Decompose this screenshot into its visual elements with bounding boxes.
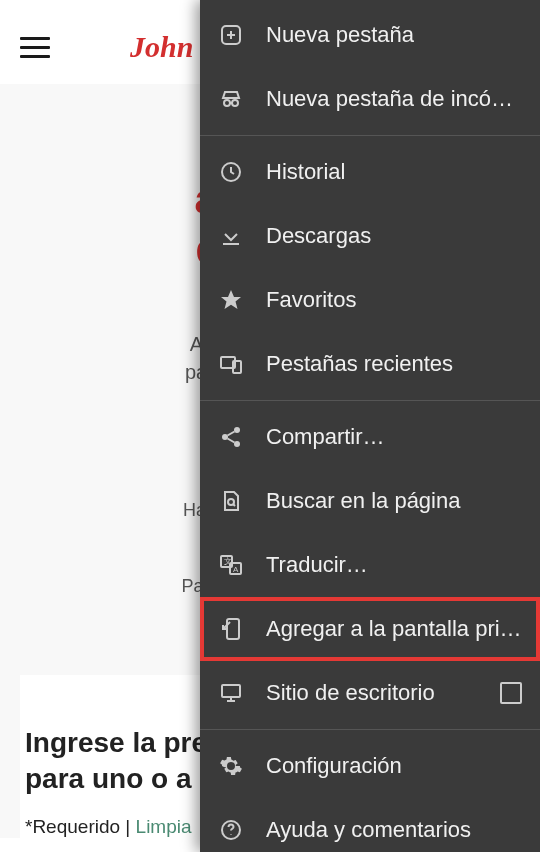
svg-text:文: 文 <box>224 557 232 566</box>
svg-point-11 <box>234 427 240 433</box>
svg-marker-8 <box>221 290 241 309</box>
menu-item-label: Agregar a la pantalla principal <box>266 616 522 642</box>
menu-item-translate[interactable]: 文A Traducir… <box>200 533 540 597</box>
download-icon <box>218 223 244 249</box>
svg-point-12 <box>222 434 228 440</box>
menu-item-label: Nueva pestaña de incógnito <box>266 86 522 112</box>
menu-item-share[interactable]: Compartir… <box>200 405 540 469</box>
svg-line-14 <box>228 432 235 436</box>
browser-menu: Nueva pestaña Nueva pestaña de incógnito… <box>200 0 540 852</box>
star-icon <box>218 287 244 313</box>
plus-square-icon <box>218 22 244 48</box>
svg-text:A: A <box>233 565 239 574</box>
menu-item-desktop-site[interactable]: Sitio de escritorio <box>200 661 540 725</box>
find-in-page-icon <box>218 488 244 514</box>
menu-item-help[interactable]: Ayuda y comentarios <box>200 798 540 852</box>
devices-icon <box>218 351 244 377</box>
gear-icon <box>218 753 244 779</box>
menu-item-new-tab[interactable]: Nueva pestaña <box>200 3 540 67</box>
incognito-icon <box>218 86 244 112</box>
menu-item-label: Sitio de escritorio <box>266 680 468 706</box>
menu-item-label: Favoritos <box>266 287 522 313</box>
menu-item-recent-tabs[interactable]: Pestañas recientes <box>200 332 540 396</box>
menu-item-label: Ayuda y comentarios <box>266 817 522 843</box>
menu-item-label: Historial <box>266 159 522 185</box>
menu-item-label: Nueva pestaña <box>266 22 522 48</box>
help-icon <box>218 817 244 843</box>
add-to-homescreen-icon <box>218 616 244 642</box>
menu-item-downloads[interactable]: Descargas <box>200 204 540 268</box>
menu-item-label: Compartir… <box>266 424 522 450</box>
menu-item-label: Descargas <box>266 223 522 249</box>
form-clear-action[interactable]: Limpia <box>136 816 192 837</box>
menu-divider <box>200 135 540 136</box>
hamburger-icon[interactable] <box>20 37 50 58</box>
form-required: *Requerido | <box>25 816 136 837</box>
desktop-icon <box>218 680 244 706</box>
desktop-site-checkbox[interactable] <box>500 682 522 704</box>
menu-item-find-in-page[interactable]: Buscar en la página <box>200 469 540 533</box>
menu-item-bookmarks[interactable]: Favoritos <box>200 268 540 332</box>
menu-divider <box>200 729 540 730</box>
brand-logo: John <box>130 30 193 64</box>
menu-item-add-to-homescreen[interactable]: Agregar a la pantalla principal <box>200 597 540 661</box>
menu-item-history[interactable]: Historial <box>200 140 540 204</box>
menu-item-label: Configuración <box>266 753 522 779</box>
svg-point-13 <box>234 441 240 447</box>
menu-item-label: Buscar en la página <box>266 488 522 514</box>
svg-line-15 <box>228 439 235 443</box>
menu-item-label: Pestañas recientes <box>266 351 522 377</box>
history-icon <box>218 159 244 185</box>
menu-item-settings[interactable]: Configuración <box>200 734 540 798</box>
svg-line-17 <box>233 504 235 506</box>
translate-icon: 文A <box>218 552 244 578</box>
svg-point-4 <box>232 100 238 106</box>
svg-point-3 <box>224 100 230 106</box>
menu-item-label: Traducir… <box>266 552 522 578</box>
menu-divider <box>200 400 540 401</box>
svg-rect-24 <box>222 685 240 697</box>
share-icon <box>218 424 244 450</box>
menu-item-incognito[interactable]: Nueva pestaña de incógnito <box>200 67 540 131</box>
